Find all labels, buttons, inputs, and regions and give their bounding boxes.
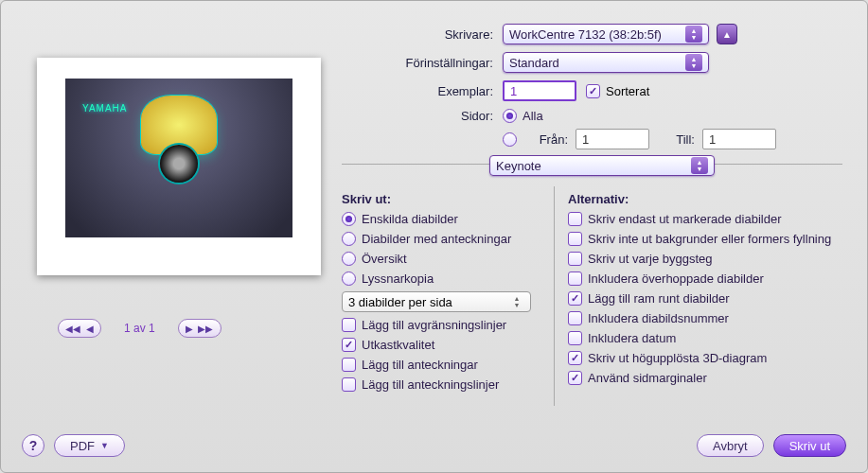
opt-selected-only[interactable] <box>568 212 582 226</box>
help-button[interactable]: ? <box>22 434 44 457</box>
opt-label-2: Skriv ut varje byggsteg <box>588 252 713 266</box>
print-radio-individual[interactable] <box>342 212 356 226</box>
dropdown-arrows-icon: ▲▼ <box>685 54 702 71</box>
print-radio-label-3: Lyssnarkopia <box>362 272 434 286</box>
opt-label-5: Inkludera diabildsnummer <box>588 311 729 325</box>
opt-3d-charts[interactable] <box>568 351 582 365</box>
slides-per-page-stepper[interactable]: 3 diabilder per sida ▲▼ <box>342 291 531 312</box>
check-label-3: Lägg till anteckningslinjer <box>362 377 499 392</box>
check-draft[interactable] <box>342 338 356 352</box>
opt-label-6: Inkludera datum <box>588 331 676 345</box>
opt-date[interactable] <box>568 331 582 345</box>
printer-value: WorkCentre 7132 (38:2b:5f) <box>509 27 680 42</box>
print-radio-label-0: Enskilda diabilder <box>362 212 458 226</box>
section-value: Keynote <box>496 159 685 173</box>
check-annotations[interactable] <box>342 358 356 372</box>
collated-checkbox[interactable] <box>586 84 600 98</box>
chevron-down-icon: ▼ <box>100 441 109 450</box>
opt-margins[interactable] <box>568 371 582 385</box>
to-label: Till: <box>649 132 702 147</box>
printer-label: Skrivare: <box>342 27 503 42</box>
presets-dropdown[interactable]: Standard ▲▼ <box>503 52 709 73</box>
to-input[interactable] <box>702 129 776 149</box>
opt-label-0: Skriv endast ut markerade diabilder <box>588 212 782 226</box>
opt-slide-numbers[interactable] <box>568 311 582 325</box>
collapse-toggle[interactable]: ▲ <box>717 24 737 44</box>
check-annotation-lines[interactable] <box>342 377 356 392</box>
print-preview: YAMAHA <box>37 58 321 275</box>
print-radio-label-2: Översikt <box>362 252 407 266</box>
opt-label-3: Inkludera överhoppade diabilder <box>588 272 764 286</box>
preview-watermark: YAMAHA <box>82 103 128 114</box>
preview-pager: ◀◀ ◀ 1 av 1 ▶ ▶▶ <box>58 319 221 338</box>
print-radio-label-1: Diabilder med anteckningar <box>362 232 511 246</box>
opt-label-4: Lägg till ram runt diabilder <box>588 291 730 306</box>
cancel-label: Avbryt <box>713 439 748 453</box>
print-radio-handout[interactable] <box>342 272 356 286</box>
check-label-0: Lägg till avgränsningslinjer <box>362 318 506 332</box>
presets-label: Förinställningar: <box>342 56 503 70</box>
collated-label: Sorterat <box>606 84 649 98</box>
pages-range-radio[interactable] <box>503 132 517 147</box>
opt-each-build[interactable] <box>568 252 582 266</box>
copies-label: Exemplar: <box>342 84 503 98</box>
slides-per-page-value: 3 diabilder per sida <box>348 295 452 309</box>
pages-all-radio[interactable] <box>503 109 517 123</box>
wheel-icon <box>160 145 198 183</box>
preview-slide: YAMAHA <box>65 79 292 237</box>
print-dialog: Skrivare: WorkCentre 7132 (38:2b:5f) ▲▼ … <box>0 0 868 473</box>
pages-label: Sidor: <box>342 109 503 123</box>
opt-no-backgrounds[interactable] <box>568 232 582 246</box>
pager-label: 1 av 1 <box>111 322 168 335</box>
opt-label-8: Använd sidmarginaler <box>588 371 707 385</box>
options-column: Alternativ: Skriv endast ut markerade di… <box>555 186 842 406</box>
presets-value: Standard <box>509 56 680 70</box>
cancel-button[interactable]: Avbryt <box>697 434 764 457</box>
opt-label-7: Skriv ut högupplösta 3D-diagram <box>588 351 767 365</box>
options-columns: Skriv ut: Enskilda diabilder Diabilder m… <box>342 186 842 406</box>
header-controls: Skrivare: WorkCentre 7132 (38:2b:5f) ▲▼ … <box>342 24 842 157</box>
copies-input[interactable] <box>503 80 576 101</box>
opt-frame[interactable] <box>568 291 582 306</box>
opt-skipped[interactable] <box>568 272 582 286</box>
from-label: Från: <box>523 132 576 147</box>
check-label-1: Utkastkvalitet <box>362 338 434 352</box>
dropdown-arrows-icon: ▲▼ <box>685 26 702 43</box>
options-heading: Alternativ: <box>568 192 833 206</box>
stepper-arrows-icon: ▲▼ <box>509 294 524 309</box>
print-heading: Skriv ut: <box>342 192 544 206</box>
pager-first-button[interactable]: ◀◀ ◀ <box>58 319 101 338</box>
print-column: Skriv ut: Enskilda diabilder Diabilder m… <box>342 186 555 406</box>
print-radio-outline[interactable] <box>342 252 356 266</box>
print-button[interactable]: Skriv ut <box>773 434 846 457</box>
dialog-footer: ? PDF ▼ Avbryt Skriv ut <box>22 434 846 457</box>
from-input[interactable] <box>576 129 649 149</box>
section-dropdown[interactable]: Keynote ▲▼ <box>489 155 715 176</box>
print-label: Skriv ut <box>789 439 830 453</box>
pdf-button[interactable]: PDF ▼ <box>54 434 125 457</box>
pages-all-label: Alla <box>523 109 543 123</box>
print-radio-notes[interactable] <box>342 232 356 246</box>
opt-label-1: Skriv inte ut bakgrunder eller formers f… <box>588 232 831 246</box>
pdf-label: PDF <box>70 439 95 453</box>
pager-last-button[interactable]: ▶ ▶▶ <box>178 319 221 338</box>
check-dividers[interactable] <box>342 318 356 332</box>
printer-dropdown[interactable]: WorkCentre 7132 (38:2b:5f) ▲▼ <box>503 24 709 44</box>
dropdown-arrows-icon: ▲▼ <box>691 157 708 174</box>
check-label-2: Lägg till anteckningar <box>362 358 478 372</box>
